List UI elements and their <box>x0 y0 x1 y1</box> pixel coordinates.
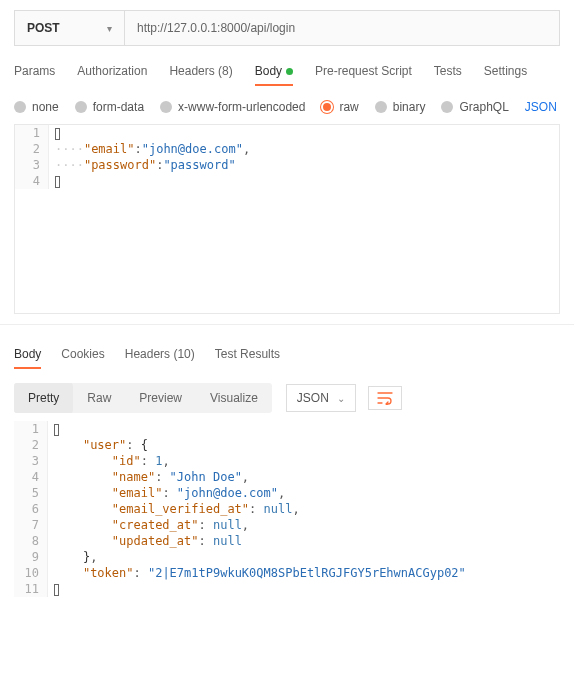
request-bar: POST ▾ http://127.0.0.1:8000/api/login <box>14 10 560 46</box>
radio-icon <box>160 101 172 113</box>
line-number: 1 <box>15 125 49 141</box>
view-mode-group: Pretty Raw Preview Visualize <box>14 383 272 413</box>
response-body-editor[interactable]: 1 2 "user": { 3 "id": 1, 4 "name": "John… <box>14 421 560 597</box>
response-view-row: Pretty Raw Preview Visualize JSON ⌄ <box>0 369 574 421</box>
view-preview[interactable]: Preview <box>125 383 196 413</box>
tab-body[interactable]: Body <box>255 64 293 86</box>
tab-settings[interactable]: Settings <box>484 64 527 86</box>
response-tabs: Body Cookies Headers (10) Test Results <box>0 324 574 369</box>
radio-icon <box>375 101 387 113</box>
line-number: 3 <box>14 453 48 469</box>
cursor-icon <box>54 584 59 596</box>
response-format-select[interactable]: JSON ⌄ <box>286 384 356 412</box>
line-number: 11 <box>14 581 48 597</box>
radio-graphql[interactable]: GraphQL <box>441 100 508 114</box>
tab-headers[interactable]: Headers (8) <box>169 64 232 86</box>
line-number: 4 <box>15 173 49 189</box>
body-modified-indicator <box>286 68 293 75</box>
line-number: 4 <box>14 469 48 485</box>
line-number: 2 <box>15 141 49 157</box>
cursor-icon <box>54 424 59 436</box>
radio-icon <box>441 101 453 113</box>
line-number: 3 <box>15 157 49 173</box>
line-number: 6 <box>14 501 48 517</box>
method-select[interactable]: POST ▾ <box>15 11 125 45</box>
resp-tab-headers[interactable]: Headers (10) <box>125 347 195 369</box>
url-text: http://127.0.0.1:8000/api/login <box>137 21 295 35</box>
request-body-editor[interactable]: 1 2····"email":"john@doe.com", 3····"pas… <box>14 124 560 314</box>
line-number: 1 <box>14 421 48 437</box>
radio-icon <box>75 101 87 113</box>
line-number: 2 <box>14 437 48 453</box>
view-raw[interactable]: Raw <box>73 383 125 413</box>
line-number: 5 <box>14 485 48 501</box>
chevron-down-icon: ▾ <box>107 23 112 34</box>
radio-form-data[interactable]: form-data <box>75 100 144 114</box>
cursor-icon <box>55 176 60 188</box>
view-visualize[interactable]: Visualize <box>196 383 272 413</box>
resp-tab-cookies[interactable]: Cookies <box>61 347 104 369</box>
tab-tests[interactable]: Tests <box>434 64 462 86</box>
body-type-row: none form-data x-www-form-urlencoded raw… <box>0 86 574 124</box>
chevron-down-icon: ⌄ <box>337 393 345 404</box>
radio-x-www-form[interactable]: x-www-form-urlencoded <box>160 100 305 114</box>
line-number: 8 <box>14 533 48 549</box>
wrap-icon <box>377 391 393 405</box>
resp-tab-tests[interactable]: Test Results <box>215 347 280 369</box>
url-input[interactable]: http://127.0.0.1:8000/api/login <box>125 11 559 45</box>
tab-authorization[interactable]: Authorization <box>77 64 147 86</box>
tab-prerequest[interactable]: Pre-request Script <box>315 64 412 86</box>
radio-icon <box>321 101 333 113</box>
line-number: 7 <box>14 517 48 533</box>
tab-params[interactable]: Params <box>14 64 55 86</box>
method-label: POST <box>27 21 60 35</box>
line-number: 9 <box>14 549 48 565</box>
cursor-icon <box>55 128 60 140</box>
resp-tab-body[interactable]: Body <box>14 347 41 369</box>
radio-raw[interactable]: raw <box>321 100 358 114</box>
radio-icon <box>14 101 26 113</box>
request-tabs: Params Authorization Headers (8) Body Pr… <box>0 46 574 86</box>
radio-binary[interactable]: binary <box>375 100 426 114</box>
view-pretty[interactable]: Pretty <box>14 383 73 413</box>
raw-format-select[interactable]: JSON <box>525 100 557 114</box>
radio-none[interactable]: none <box>14 100 59 114</box>
line-number: 10 <box>14 565 48 581</box>
wrap-lines-button[interactable] <box>368 386 402 410</box>
